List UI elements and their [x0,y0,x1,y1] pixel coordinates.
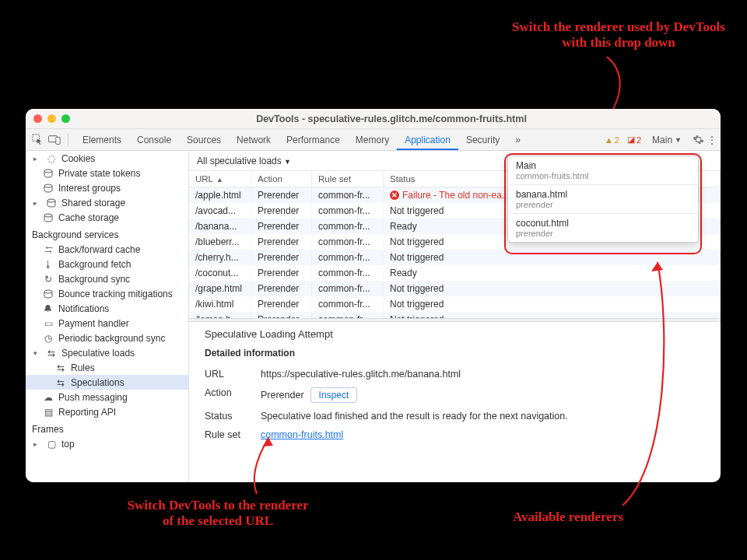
sidebar-item-bg-fetch[interactable]: ⭳Background fetch [26,257,188,271]
table-row[interactable]: /kiwi.htmlPrerendercommon-fr...Not trigg… [189,296,721,312]
sidebar-item-speculative[interactable]: ▾⇆Speculative loads [26,345,188,360]
cell-rule: common-fr... [312,250,384,264]
detail-rule-link[interactable]: common-fruits.html [261,429,343,440]
error-count-value: 2 [637,135,641,145]
popup-sub: common-fruits.html [516,171,690,180]
cell-action: Prerender [251,266,312,280]
sidebar-label: Speculative loads [61,348,135,359]
swap-icon: ⇆ [55,362,66,373]
warning-count-value: 2 [615,135,619,145]
cell-rule: common-fr... [312,188,384,202]
popup-item-coconut[interactable]: coconut.html prerender [508,214,698,242]
annotation-top: Switch the renderer used by DevTools wit… [506,19,731,51]
popup-head: coconut.html [516,218,690,229]
table-row[interactable]: /grape.htmlPrerendercommon-fr...Not trig… [189,281,721,296]
device-toggle-icon[interactable] [47,133,61,147]
inspect-element-icon[interactable] [30,133,44,147]
maximize-icon[interactable] [61,114,70,123]
sidebar-item-bfcache[interactable]: Back/forward cache [26,242,188,257]
tab-sources[interactable]: Sources [179,129,229,150]
cell-action: Prerender [251,250,312,264]
detail-status-value: Speculative load finished and the result… [261,411,705,422]
sidebar-item-payment[interactable]: ▭Payment handler [26,316,188,331]
error-count[interactable]: ◪ 2 [627,135,641,145]
tab-overflow[interactable]: » [507,129,528,150]
settings-gear-icon[interactable] [691,133,705,147]
sidebar-item-bounce[interactable]: Bounce tracking mitigations [26,286,188,301]
sidebar-section-frames: Frames [26,419,188,436]
cell-status: Not triggered [384,250,721,264]
sidebar-item-cookies[interactable]: ▸◌Cookies [26,151,188,166]
swap-icon: ⇆ [46,348,57,359]
sync-icon: ↻ [43,274,54,285]
cell-url: /kiwi.html [189,297,251,311]
detail-subhead: Detailed information [205,348,705,359]
cell-rule: common-fr... [312,266,384,280]
col-url[interactable]: URL▲ [189,171,251,187]
sidebar-label: top [61,439,75,450]
sidebar-label: Background sync [58,274,130,285]
cell-url: /blueberr... [189,235,251,249]
sidebar-label: Speculations [71,377,124,388]
tab-network[interactable]: Network [229,129,279,150]
table-row[interactable]: /cherry.h...Prerendercommon-fr...Not tri… [189,250,721,265]
svg-point-4 [44,170,52,173]
sidebar-item-push[interactable]: ☁Push messaging [26,390,188,404]
sidebar-item-private-state[interactable]: Private state tokens [26,166,188,180]
target-popup[interactable]: Main common-fruits.html banana.html prer… [507,156,699,243]
tab-application[interactable]: Application [397,129,458,150]
detail-status-label: Status [205,411,251,422]
cell-rule: common-fr... [312,282,384,296]
cell-url: /coconut... [189,266,251,280]
cell-action: Prerender [251,297,312,311]
sidebar-label: Reporting API [58,407,116,418]
clock-icon: ◷ [43,333,54,344]
popup-item-banana[interactable]: banana.html prerender [508,185,698,213]
arrows-icon [43,244,54,255]
detail-rule-label: Rule set [205,429,251,440]
popup-item-main[interactable]: Main common-fruits.html [508,156,698,184]
kebab-menu-icon[interactable]: ⋮ [708,133,716,147]
detail-url-label: URL [205,369,251,380]
sidebar-item-periodic-sync[interactable]: ◷Periodic background sync [26,331,188,345]
detail-url-value: https://speculative-rules.glitch.me/bana… [261,369,705,380]
window-title: DevTools - speculative-rules.glitch.me/c… [70,114,713,124]
cookie-icon: ◌ [46,153,57,164]
tab-console[interactable]: Console [129,129,179,150]
filter-dropdown[interactable]: All speculative loads ▼ [197,156,291,166]
col-action[interactable]: Action [251,171,312,187]
col-rule[interactable]: Rule set [312,171,384,187]
cell-action: Prerender [251,235,312,249]
svg-rect-3 [56,137,60,144]
sidebar-item-bg-sync[interactable]: ↻Background sync [26,271,188,286]
table-row[interactable]: /coconut...Prerendercommon-fr...Ready [189,265,721,281]
sidebar-item-notifications[interactable]: 🔔︎Notifications [26,301,188,316]
sidebar-item-interest[interactable]: Interest groups [26,180,188,195]
warning-count[interactable]: ▲ 2 [605,135,619,145]
sidebar-item-shared-storage[interactable]: ▸Shared storage [26,195,188,210]
cloud-icon: ☁ [43,392,54,403]
sidebar-item-reporting[interactable]: ▤Reporting API [26,404,188,419]
cell-rule: common-fr... [312,313,384,318]
close-icon[interactable] [33,114,42,123]
download-icon: ⭳ [43,259,54,270]
sidebar-item-rules[interactable]: ⇆Rules [26,360,188,375]
filter-label: All speculative loads [197,156,282,166]
inspect-button[interactable]: Inspect [310,387,358,403]
cell-url: /cherry.h... [189,250,251,264]
traffic-lights[interactable] [33,114,70,123]
shield-icon [43,289,54,299]
toolbar: Elements Console Sources Network Perform… [26,129,721,151]
minimize-icon[interactable] [47,114,56,123]
tab-memory[interactable]: Memory [348,129,397,150]
sidebar-item-cache-storage[interactable]: Cache storage [26,210,188,225]
sidebar-item-top-frame[interactable]: ▸▢top [26,436,188,451]
target-dropdown[interactable]: Main ▼ [649,135,685,145]
table-row[interactable]: /lemon.h...Prerendercommon-fr...Not trig… [189,312,721,318]
database-icon [43,168,54,179]
cell-rule: common-fr... [312,235,384,249]
tab-performance[interactable]: Performance [279,129,348,150]
tab-security[interactable]: Security [458,129,507,150]
sidebar-item-speculations[interactable]: ⇆Speculations [26,375,188,390]
tab-elements[interactable]: Elements [75,129,129,150]
